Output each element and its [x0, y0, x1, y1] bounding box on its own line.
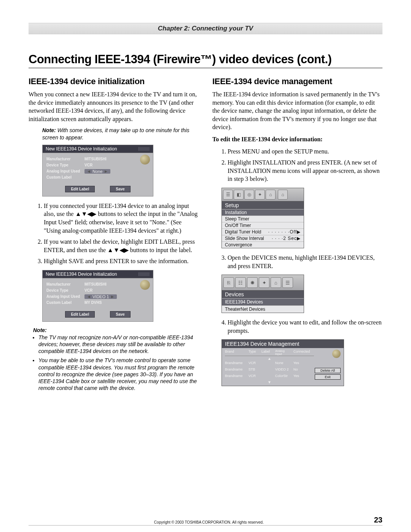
manufacturer-value: MITSUBISHI — [84, 282, 107, 286]
save-button[interactable]: Save — [110, 186, 130, 192]
osd2-title: New IEEE1394 Device Initialization — [46, 272, 117, 277]
table-cell: VIDEO 2 — [275, 367, 293, 374]
save-button[interactable]: Save — [110, 311, 130, 318]
osd1-title: New IEEE1394 Device Initialization — [46, 146, 117, 152]
setup-header: Setup — [222, 201, 304, 209]
custom-label-label: Custom Label — [46, 175, 84, 179]
manufacturer-label: Manufacturer — [46, 157, 84, 161]
menu-icon: ☷ — [235, 277, 246, 288]
osd-initialization-1: New IEEE1394 Device Initialization Manuf… — [42, 145, 153, 197]
right-heading: IEEE-1394 device management — [212, 77, 382, 86]
setup-item-slideshow-interval[interactable]: Slide Show Interval· · · ·2 Sec▶ — [222, 235, 304, 241]
right-step-2: Highlight INSTALLATION and press ENTER. … — [228, 158, 382, 183]
osd-setup-menu: ☰ ◧ ◎ ✦ ⌂ ⌂ Setup Installation Sleep Tim… — [221, 188, 304, 248]
right-step-3: Open the DEVICES menu, highlight IEEE-13… — [228, 254, 382, 270]
setup-item-digital-tuner-hold[interactable]: Digital Tuner Hold· · · · · · ·Off▶ — [222, 228, 304, 235]
mgmt-col-connected: Connected — [293, 350, 314, 356]
table-cell — [261, 374, 275, 380]
footer-rule — [29, 525, 382, 526]
device-type-label: Device Type — [46, 163, 84, 167]
title-underline — [29, 68, 382, 68]
right-subhead: To edit the IEEE-1394 device information… — [212, 135, 382, 144]
note-text: With some devices, it may take up to one… — [42, 127, 190, 140]
right-step-1: Press MENU and open the SETUP menu. — [228, 147, 382, 156]
scroll-down-icon: ▼ — [225, 380, 314, 384]
exit-button[interactable]: Exit — [315, 374, 341, 380]
right-steps-c: Highlight the device you want to edit, a… — [212, 318, 382, 335]
left-step-2: If you want to label the device, highlig… — [44, 238, 199, 254]
menu-icon: ◎ — [244, 190, 254, 200]
page-footer: Copyright © 2003 TOSHIBA CORPORATION. Al… — [29, 516, 382, 524]
right-steps-b: Open the DEVICES menu, highlight IEEE-13… — [212, 254, 382, 270]
left-arrow-icon: ◀ — [88, 295, 90, 299]
mgmt-header: IEEE1394 Device Management — [222, 340, 344, 348]
delete-all-button[interactable]: Delete All — [315, 368, 341, 373]
page-number: 23 — [374, 516, 382, 524]
table-cell — [261, 361, 275, 367]
devices-header: Devices — [222, 291, 304, 298]
menu-icon: ⎘ — [223, 277, 234, 288]
left-steps: If you connected your IEEE-1394 device t… — [29, 202, 199, 265]
devices-item-ieee1394[interactable]: IEEE1394 Devices — [222, 298, 304, 305]
setup-item-sleep-timer[interactable]: Sleep Timer — [222, 216, 304, 222]
right-column: IEEE-1394 device management The IEEE-139… — [212, 77, 382, 394]
menu-icon: ⌂ — [271, 277, 281, 288]
copyright: Copyright © 2003 TOSHIBA CORPORATION. Al… — [44, 520, 374, 524]
table-cell: ColorStr — [275, 374, 293, 380]
table-cell: None — [275, 361, 293, 367]
note-lead: Note: — [42, 127, 56, 133]
right-arrow-icon: ▶ — [105, 169, 107, 173]
note2-head: Note: — [33, 327, 199, 333]
note-block: Note: With some devices, it may take up … — [42, 127, 191, 141]
manufacturer-label: Manufacturer — [46, 282, 84, 286]
table-cell: VCR — [249, 374, 261, 380]
edit-label-button[interactable]: Edit Label — [65, 311, 95, 318]
page-title: Connecting IEEE-1394 (Firewire™) video d… — [29, 53, 382, 66]
note2-item-1: The TV may not recognize non-A/V or non-… — [38, 334, 199, 355]
table-cell: Brandname — [225, 361, 249, 367]
menu-icon: ✦ — [255, 190, 265, 200]
table-cell: Yes — [293, 374, 314, 380]
osd-initialization-2: New IEEE1394 Device Initialization Manuf… — [42, 270, 153, 322]
menu-icon: ☰ — [223, 190, 233, 200]
right-steps-a: Press MENU and open the SETUP menu. High… — [212, 147, 382, 183]
osd-devices-menu: ⎘ ☷ ✺ ✦ ⌂ ☰ Devices IEEE1394 Devices The… — [221, 275, 304, 313]
left-intro: When you connect a new IEEE-1394 device … — [29, 90, 199, 123]
menu-icon: ✦ — [259, 277, 269, 288]
table-cell: Brandname — [225, 374, 249, 380]
right-intro: The IEEE-1394 device information is save… — [212, 90, 382, 131]
analog-input-value: VIDEO 1 — [92, 294, 109, 299]
osd-ieee1394-management: IEEE1394 Device Management Brand Type La… — [221, 339, 344, 386]
menu-icon: ⌂ — [266, 190, 276, 200]
setup-item-convergence[interactable]: Convergence — [222, 241, 304, 248]
menu-icon: ◧ — [234, 190, 244, 200]
setup-iconrow: ☰ ◧ ◎ ✦ ⌂ ⌂ — [222, 188, 304, 201]
devices-item-theaternet[interactable]: TheaterNet Devices — [222, 305, 304, 313]
table-cell: No — [293, 367, 314, 374]
note2-item-2: You may be able to use the TV's remote c… — [38, 357, 199, 391]
note2-list: The TV may not recognize non-A/V or non-… — [33, 334, 199, 392]
table-cell — [261, 367, 275, 374]
custom-label-label: Custom Label — [46, 300, 84, 305]
menu-icon: ☰ — [282, 277, 293, 288]
setup-item-onoff-timer[interactable]: On/Off Timer — [222, 222, 304, 228]
right-step-4: Highlight the device you want to edit, a… — [228, 318, 382, 335]
analog-input-value: None — [92, 169, 102, 174]
mgmt-col-type: Type — [249, 350, 261, 356]
scroll-up-icon: ▲ — [225, 356, 314, 361]
left-column: IEEE-1394 device initialization When you… — [29, 77, 199, 394]
device-type-value: VCR — [84, 163, 92, 167]
mgmt-col-analog-input: AnalogInput — [275, 350, 293, 356]
devices-iconrow: ⎘ ☷ ✺ ✦ ⌂ ☰ — [222, 275, 304, 291]
analog-input-label: Analog Input Used — [46, 294, 84, 299]
mgmt-col-brand: Brand — [225, 350, 249, 356]
mgmt-col-label: Label — [261, 350, 275, 356]
globe-icon — [140, 280, 150, 290]
edit-label-button[interactable]: Edit Label — [65, 186, 95, 192]
chapter-bar: Chapter 2: Connecting your TV — [29, 23, 382, 34]
left-heading: IEEE-1394 device initialization — [29, 77, 199, 86]
setup-item-installation[interactable]: Installation — [222, 209, 304, 216]
table-cell: STB — [249, 367, 261, 374]
globe-icon — [140, 155, 150, 165]
left-arrow-icon: ◀ — [88, 169, 90, 173]
